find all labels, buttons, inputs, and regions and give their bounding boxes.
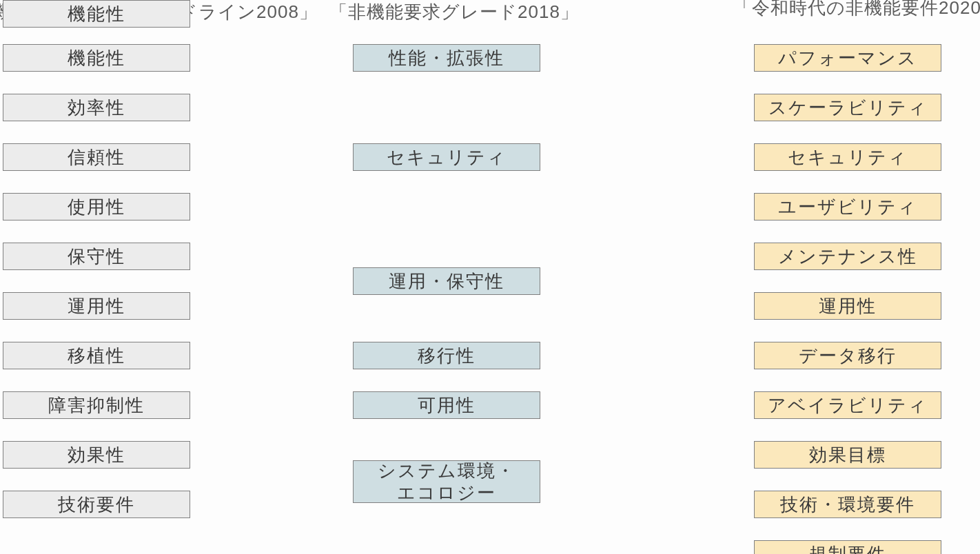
box-maintenance: メンテナンス性 <box>754 243 941 270</box>
box-tech-env-req: 技術・環境要件 <box>754 491 941 518</box>
box-operation-maintenance: 運用・保守性 <box>353 267 540 295</box>
box-performance: パフォーマンス <box>754 44 941 72</box>
box-portability: 移植性 <box>3 342 190 369</box>
box-performance-scalability: 性能・拡張性 <box>353 44 540 72</box>
box-data-migration: データ移行 <box>754 342 941 369</box>
column-title: 「令和時代の非機能要件2020 <box>733 0 980 20</box>
column-title: 「非機能要求グレード2018」 <box>329 0 579 24</box>
box-migration: 移行性 <box>353 342 540 369</box>
box-maintainability: 保守性 <box>3 243 190 270</box>
box-usability: ユーザビリティ <box>754 193 941 220</box>
box-usability: 使用性 <box>3 193 190 220</box>
box-regulatory-req: 規制要件 <box>754 540 941 554</box>
box-fault-tolerance: 障害抑制性 <box>3 391 190 419</box>
box-effectiveness: 効果性 <box>3 441 190 469</box>
box-availability: 可用性 <box>353 391 540 419</box>
box-operability: 運用性 <box>3 292 190 320</box>
box-effect-target: 効果目標 <box>754 441 941 469</box>
box-efficiency: 効率性 <box>3 94 190 121</box>
box-functionality: 機能性 <box>3 0 190 28</box>
box-security: セキュリティ <box>353 143 540 171</box>
box-technical-req: 技術要件 <box>3 491 190 518</box>
box-operability: 運用性 <box>754 292 941 320</box>
box-functionality: 機能性 <box>3 44 190 72</box>
box-reliability: 信頼性 <box>3 143 190 171</box>
box-availability: アベイラビリティ <box>754 391 941 419</box>
box-system-environment-ecology: システム環境・ エコロジー <box>353 460 540 503</box>
box-security: セキュリティ <box>754 143 941 171</box>
box-scalability: スケーラビリティ <box>754 94 941 121</box>
